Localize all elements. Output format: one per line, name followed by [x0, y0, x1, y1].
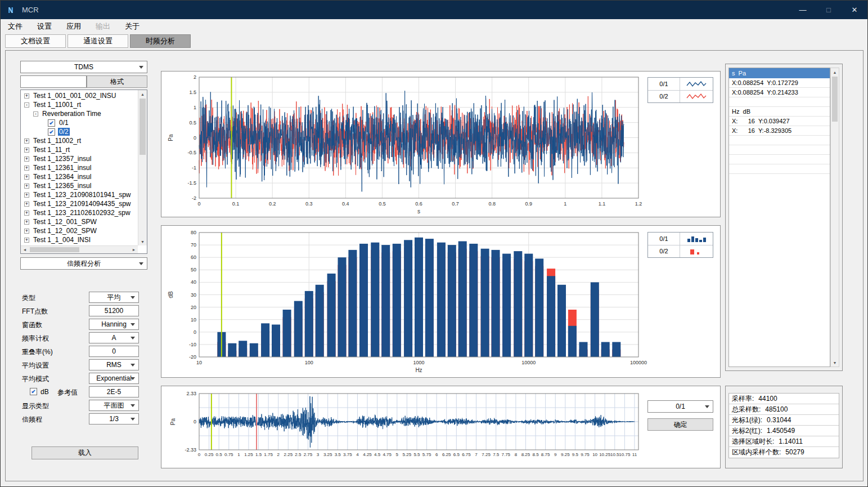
tree-item[interactable]: +Test 1_12357_insul: [21, 154, 138, 163]
select-average-mode[interactable]: Exponential: [89, 373, 139, 384]
tab-time-frequency-analysis[interactable]: 时频分析: [130, 34, 191, 48]
readout-header[interactable]: s Pa: [729, 68, 830, 78]
input-overlap-percent[interactable]: [89, 346, 139, 357]
tree-item[interactable]: +Test 1_1_004_INSI: [21, 235, 138, 244]
tab-channel-settings[interactable]: 通道设置: [68, 34, 128, 48]
legend-row: 0/1: [648, 78, 713, 90]
confirm-button[interactable]: 确定: [647, 418, 713, 431]
svg-text:2.5: 2.5: [295, 452, 302, 457]
scroll-up-icon[interactable]: ▲: [138, 90, 147, 98]
chevron-down-icon: [139, 66, 143, 69]
tree-expander-icon[interactable]: +: [24, 166, 29, 171]
scroll-right-icon[interactable]: ►: [130, 246, 138, 253]
svg-text:0.9: 0.9: [525, 201, 532, 207]
select-value: TDMS: [74, 63, 93, 71]
format-button[interactable]: 格式: [87, 75, 147, 88]
tree-expander-icon[interactable]: +: [24, 148, 29, 153]
tree-item[interactable]: -Reverberation Time: [21, 109, 138, 118]
tree-item[interactable]: +Test 1_12361_insul: [21, 163, 138, 172]
tree-filter-input[interactable]: [20, 75, 87, 88]
readout-row[interactable]: X: 16 Y:0.039427: [729, 117, 830, 126]
tree-horizontal-scrollbar[interactable]: ◄ ►: [21, 245, 138, 253]
tree-item[interactable]: ✔0/1: [21, 118, 138, 127]
select-value: Exponential: [96, 374, 132, 382]
tree-item[interactable]: +Test 1_123_210914094435_spw: [21, 199, 138, 208]
select-average-setting[interactable]: RMS: [89, 359, 139, 370]
scroll-left-icon[interactable]: ◄: [21, 246, 29, 253]
select-frequency-weighting[interactable]: A: [89, 332, 139, 343]
minimize-button[interactable]: —: [790, 1, 816, 19]
tree-expander-icon[interactable]: +: [24, 229, 29, 234]
menu-item-settings[interactable]: 设置: [30, 19, 59, 34]
select-type[interactable]: 平均: [89, 292, 139, 303]
readout-row[interactable]: [729, 164, 830, 174]
legend-row: 0/2: [648, 245, 713, 258]
menu-item-file[interactable]: 文件: [1, 19, 30, 34]
tree-expander-icon[interactable]: +: [24, 157, 29, 162]
readout-row[interactable]: Hz dB: [729, 107, 830, 117]
tree-item[interactable]: +Test 1_12364_insul: [21, 172, 138, 181]
tree-item[interactable]: ✔0/2: [21, 127, 138, 136]
scrollbar-thumb[interactable]: [140, 99, 146, 155]
form-row-display-type: 显示类型平面图: [20, 399, 147, 413]
tree-vertical-scrollbar[interactable]: ▲ ▼: [138, 90, 147, 245]
tree-item-label: Test 1_123_210908101941_spw: [32, 191, 132, 199]
select-display-type[interactable]: 平面图: [89, 400, 139, 411]
input-db-reference[interactable]: [89, 386, 139, 397]
menu-item-apply[interactable]: 应用: [59, 19, 88, 34]
readout-row[interactable]: X:0.088254 Y:0.172729: [729, 78, 830, 88]
chevron-down-icon: [131, 337, 135, 339]
tree-expander-icon[interactable]: -: [33, 111, 38, 117]
checkbox[interactable]: ✔: [48, 128, 55, 136]
readout-row[interactable]: [729, 97, 830, 107]
tree-item[interactable]: +Test 1_001_001_002_INSU: [21, 91, 138, 100]
scroll-down-icon[interactable]: ▼: [831, 359, 839, 367]
db-checkbox[interactable]: ✔: [30, 388, 37, 395]
file-format-select[interactable]: TDMS: [20, 61, 147, 73]
legend-icon: [680, 91, 713, 103]
tree-expander-icon[interactable]: +: [24, 193, 29, 198]
analysis-type-select[interactable]: 倍频程分析: [20, 257, 147, 270]
tree-item[interactable]: -Test 1_11001_rt: [21, 100, 138, 109]
tree-expander-icon[interactable]: +: [24, 175, 29, 180]
tree-item[interactable]: +Test 1_11002_rt: [21, 136, 138, 145]
readout-row[interactable]: [729, 155, 830, 164]
tree-expander-icon[interactable]: +: [24, 184, 29, 189]
select-octave[interactable]: 1/3: [89, 413, 139, 425]
tree-expander-icon[interactable]: +: [24, 238, 29, 243]
tree-item[interactable]: +Test 1_12_001_SPW: [21, 217, 138, 226]
tree-expander-icon[interactable]: +: [24, 220, 29, 225]
readout-row[interactable]: [729, 136, 830, 145]
menu-item-about[interactable]: 关于: [118, 19, 147, 34]
readout-vertical-scrollbar[interactable]: ▲ ▼: [830, 68, 839, 367]
close-button[interactable]: ✕: [842, 1, 867, 19]
tree-expander-icon[interactable]: -: [24, 102, 29, 108]
tree-item[interactable]: +Test 1_123_211026102932_spw: [21, 208, 138, 217]
overview-channel-select[interactable]: 0/1: [647, 400, 713, 413]
tree-item[interactable]: +Test 1_12365_insul: [21, 181, 138, 190]
tree-expander-icon[interactable]: +: [24, 202, 29, 207]
input-fft-points[interactable]: [89, 305, 139, 316]
tree-item[interactable]: +Test 1_123_210908101941_spw: [21, 190, 138, 199]
tree-item-label: Test 1_12364_insul: [32, 173, 92, 181]
load-button[interactable]: 载入: [32, 446, 138, 459]
tree-item[interactable]: +Test 1_11_rt: [21, 145, 138, 154]
tree-expander-icon[interactable]: +: [24, 93, 29, 99]
checkbox[interactable]: ✔: [48, 119, 55, 127]
tab-document-settings[interactable]: 文档设置: [5, 34, 66, 48]
maximize-button[interactable]: □: [816, 1, 842, 19]
scroll-down-icon[interactable]: ▼: [138, 238, 147, 245]
svg-text:4.75: 4.75: [383, 452, 392, 457]
app-logo-icon: [6, 5, 17, 16]
scrollbar-thumb[interactable]: [832, 77, 838, 122]
select-window-function[interactable]: Hanning: [89, 319, 139, 330]
tree-expander-icon[interactable]: +: [24, 211, 29, 216]
scrollbar-thumb[interactable]: [30, 247, 79, 252]
tree-expander-icon[interactable]: +: [24, 138, 29, 144]
tree-item[interactable]: +Test 1_12_002_SPW: [21, 226, 138, 235]
svg-text:11: 11: [632, 452, 637, 457]
scroll-up-icon[interactable]: ▲: [831, 68, 839, 76]
readout-row[interactable]: [729, 145, 830, 155]
readout-row[interactable]: X:0.088254 Y:0.214233: [729, 88, 830, 97]
readout-row[interactable]: X: 16 Y:-8.329305: [729, 126, 830, 136]
